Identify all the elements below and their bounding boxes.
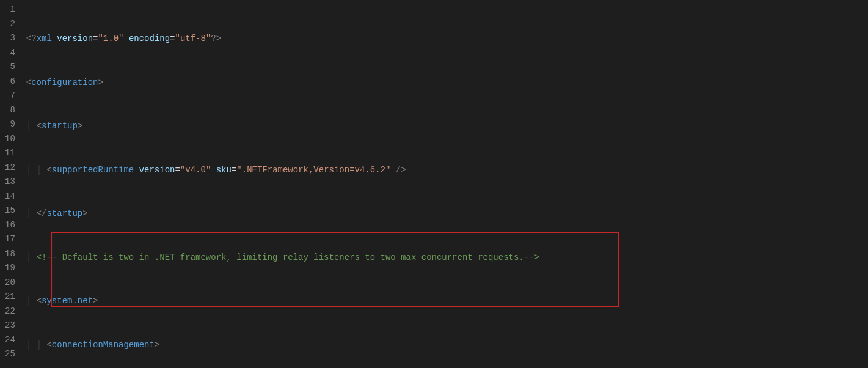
line-number: 20: [5, 276, 15, 290]
code-line[interactable]: │ │ <connectionManagement>: [26, 338, 868, 353]
line-number: 4: [5, 46, 15, 61]
line-number: 24: [5, 333, 15, 348]
line-number: 9: [5, 117, 15, 132]
code-area[interactable]: <?xml version="1.0" encoding="utf-8"?> <…: [26, 0, 868, 368]
line-number: 25: [5, 347, 15, 362]
line-number: 17: [5, 232, 15, 247]
code-line[interactable]: <?xml version="1.0" encoding="utf-8"?>: [26, 32, 868, 46]
line-number: 15: [5, 204, 15, 218]
code-line[interactable]: <configuration>: [26, 76, 868, 90]
line-number: 14: [5, 190, 15, 204]
code-line[interactable]: │ │ <supportedRuntime version="v4.0" sku…: [26, 163, 868, 178]
line-number: 2: [5, 17, 15, 32]
line-number: 7: [5, 89, 15, 103]
code-line[interactable]: │ <!-- Default is two in .NET framework,…: [26, 251, 868, 265]
line-number: 5: [5, 60, 15, 75]
line-number-gutter: 1 2 3 4 5 6 7 8 9 10 11 12 13 14 15 16 1…: [0, 0, 26, 368]
line-number: 10: [5, 132, 15, 147]
line-number: 3: [5, 31, 15, 46]
line-number: 22: [5, 304, 15, 319]
line-number: 23: [5, 318, 15, 333]
line-number: 1: [5, 2, 15, 17]
line-number: 12: [5, 161, 15, 175]
code-editor[interactable]: 1 2 3 4 5 6 7 8 9 10 11 12 13 14 15 16 1…: [0, 0, 868, 368]
line-number: 18: [5, 247, 15, 262]
line-number: 6: [5, 75, 15, 89]
line-number: 13: [5, 175, 15, 190]
code-line[interactable]: │ </startup>: [26, 207, 868, 221]
line-number: 19: [5, 261, 15, 276]
line-number: 11: [5, 146, 15, 161]
code-line[interactable]: │ <system.net>: [26, 294, 868, 309]
code-line[interactable]: │ <startup>: [26, 119, 868, 134]
line-number: 8: [5, 103, 15, 118]
line-number: 21: [5, 290, 15, 304]
line-number: 16: [5, 218, 15, 233]
